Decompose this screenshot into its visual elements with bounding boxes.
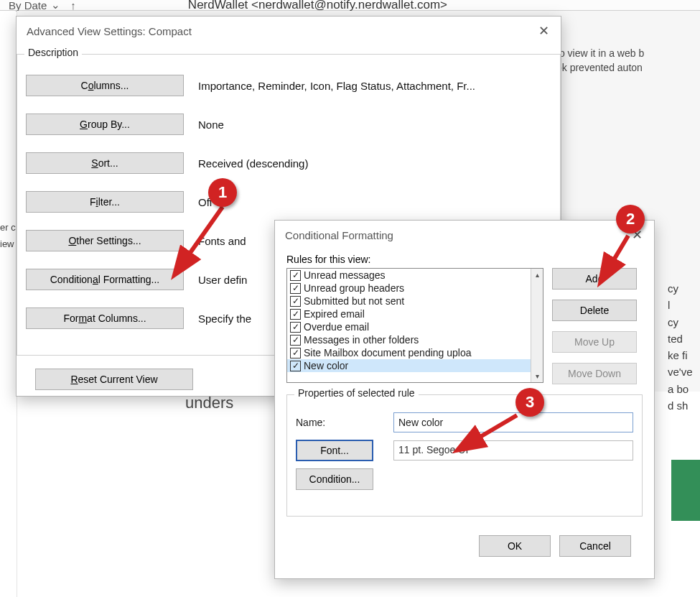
format-columns-value: Specify the [198,313,251,325]
conditional-formatting-value: User defin [198,274,247,286]
group-by-button[interactable]: Group By... [26,114,184,135]
checkbox-icon[interactable]: ✓ [290,309,301,320]
rules-label: Rules for this view: [286,254,643,265]
outlook-toolbar-fragment: By Date ⌄ ↑ NerdWallet <nerdwallet@notif… [0,0,700,11]
callout-3: 3 [515,388,544,417]
description-group-label: Description [24,47,82,58]
add-button[interactable]: Add [552,268,637,290]
other-settings-value: Fonts and [198,235,246,247]
scroll-up-icon[interactable]: ▴ [531,269,543,281]
columns-button[interactable]: Columns... [26,75,184,96]
preview-message-fragment: to view it in a web b ok prevented auton [556,47,700,97]
list-item[interactable]: ✓Overdue email [287,320,531,333]
list-item[interactable]: ✓Unread group headers [287,282,531,295]
chevron-down-icon: ⌄ [51,0,60,11]
filter-button[interactable]: Filter... [26,191,184,213]
cancel-button[interactable]: Cancel [559,535,631,557]
msg-line-2: ok prevented auton [556,61,700,75]
scroll-down-icon[interactable]: ▾ [531,370,543,382]
conditional-formatting-dialog: Conditional Formatting ✕ Rules for this … [274,220,655,579]
sort-button[interactable]: Sort... [26,152,184,174]
move-down-button: Move Down [552,363,637,384]
list-item-selected[interactable]: ✓New color [287,359,531,372]
checkbox-icon[interactable]: ✓ [290,296,301,307]
side-text-1: er c [0,219,17,236]
green-panel-fragment [671,460,700,521]
list-item[interactable]: ✓Expired email [287,307,531,320]
move-up-button: Move Up [552,331,637,353]
dlg2-title: Conditional Formatting [285,229,393,241]
checkbox-icon[interactable]: ✓ [290,361,301,371]
callout-2: 2 [616,205,645,233]
group-by-value: None [198,119,224,131]
font-description: 11 pt. Segoe UI [393,440,633,461]
checkbox-icon[interactable]: ✓ [290,322,301,333]
conditional-formatting-button[interactable]: Conditional Formatting... [26,269,184,290]
scrollbar[interactable]: ▴ ▾ [531,269,543,382]
checkbox-icon[interactable]: ✓ [290,348,301,358]
dlg1-title: Advanced View Settings: Compact [27,25,192,37]
msg-line-1: to view it in a web b [556,47,700,61]
properties-group-label: Properties of selected rule [294,387,419,399]
other-settings-button[interactable]: Other Settings... [26,230,184,251]
checkbox-icon[interactable]: ✓ [290,283,301,294]
left-edge-fragment: er c iew [0,11,17,597]
checkbox-icon[interactable]: ✓ [290,270,301,281]
list-item[interactable]: ✓Site Mailbox document pending uploa [287,346,531,359]
arrow-up-icon: ↑ [70,0,76,11]
list-item[interactable]: ✓Unread messages [287,269,531,282]
delete-button[interactable]: Delete [552,300,637,321]
format-columns-button[interactable]: Format Columns... [26,307,184,329]
font-button[interactable]: Font... [296,440,373,461]
list-item[interactable]: ✓Messages in other folders [287,333,531,346]
name-label: Name: [296,417,382,428]
condition-button[interactable]: Condition... [296,468,373,490]
right-text-fragment: cy l cy ted ke fi ve've a bo d sh ur [668,280,700,356]
reset-current-view-button[interactable]: Reset Current View [35,369,193,390]
sort-by-date[interactable]: By Date [9,0,47,11]
checkbox-icon[interactable]: ✓ [290,335,301,346]
ok-button[interactable]: OK [479,535,551,557]
callout-1: 1 [208,178,237,207]
sort-value: Received (descending) [198,157,308,170]
rules-listbox[interactable]: ✓Unread messages ✓Unread group headers ✓… [286,268,543,383]
rule-name-input[interactable] [393,412,633,432]
list-item[interactable]: ✓Submitted but not sent [287,295,531,307]
columns-value: Importance, Reminder, Icon, Flag Status,… [198,80,475,92]
close-icon[interactable]: ✕ [533,21,554,41]
side-text-2: iew [0,236,17,252]
